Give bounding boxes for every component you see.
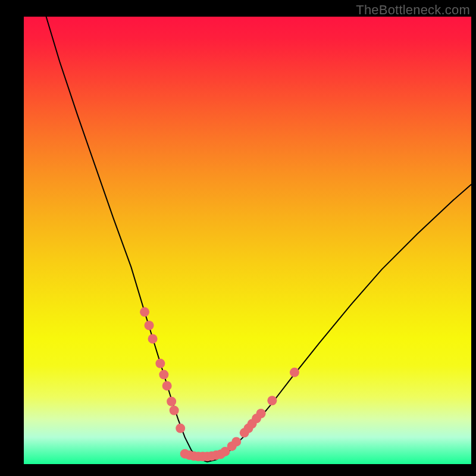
data-marker: [159, 370, 168, 380]
chart-frame: TheBottleneck.com: [0, 0, 476, 476]
data-marker: [267, 396, 277, 405]
data-marker: [170, 406, 179, 415]
watermark-text: TheBottleneck.com: [356, 2, 470, 18]
marker-group: [140, 307, 299, 461]
plot-area: [24, 17, 471, 464]
data-marker: [231, 437, 241, 446]
data-marker: [145, 321, 154, 330]
bottleneck-curve: [46, 17, 471, 462]
data-marker: [162, 381, 172, 390]
data-marker: [155, 359, 165, 368]
data-marker: [290, 368, 299, 377]
data-marker: [148, 334, 158, 343]
data-marker: [256, 409, 266, 418]
data-marker: [176, 424, 185, 433]
curve-svg: [24, 17, 471, 464]
data-marker: [167, 397, 176, 406]
data-marker: [140, 307, 149, 317]
